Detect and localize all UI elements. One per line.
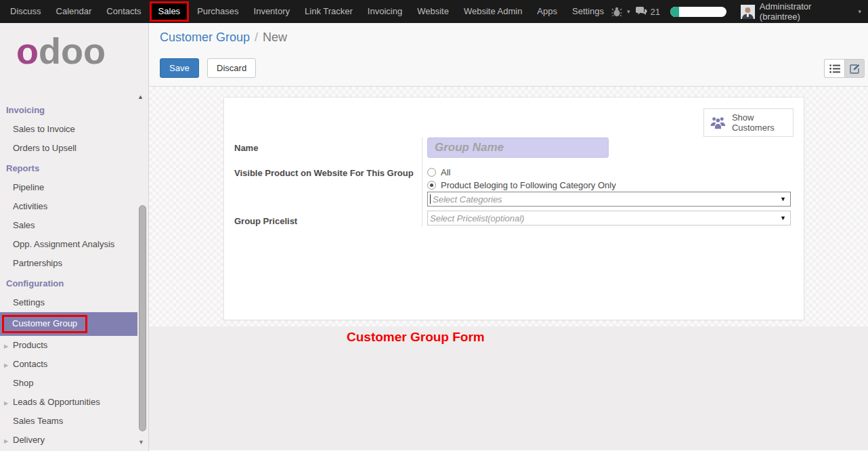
annotation-caption: Customer Group Form: [347, 330, 485, 345]
sidebar-item-pipeline[interactable]: Pipeline: [0, 178, 148, 197]
chevron-right-icon: ▶: [4, 399, 8, 408]
sidebar-item-label: Leads & Opportunities: [13, 397, 100, 407]
view-switcher: [824, 59, 865, 78]
sidebar-item-delivery[interactable]: ▶Delivery: [0, 431, 148, 450]
discard-button[interactable]: Discard: [207, 58, 256, 78]
select-categories-dropdown[interactable]: Select Categories ▼: [427, 192, 791, 207]
radio-unselected-icon[interactable]: [427, 168, 436, 177]
nav-item-invoicing[interactable]: Invoicing: [360, 0, 410, 23]
main-content: Customer Group/New Save Discard: [149, 23, 868, 451]
nav-item-purchases[interactable]: Purchases: [190, 0, 246, 23]
pricelist-field-label: Group Pricelist: [224, 211, 422, 226]
below-form-area: Customer Group Form: [149, 326, 868, 450]
sidebar-item-label: Delivery: [13, 435, 45, 445]
visibility-field-cell: All Product Beloging to Following Catego…: [422, 166, 791, 192]
sidebar-item-sales[interactable]: Sales: [0, 216, 148, 235]
logo-first-letter: o: [16, 30, 39, 71]
dropdown-arrow-icon[interactable]: ▼: [780, 196, 786, 202]
radio-selected-icon[interactable]: [427, 181, 436, 190]
visibility-field-label: Visible Product on Website For This Grou…: [224, 166, 422, 192]
page: { "topnav": { "items": [ {"label": "Disc…: [0, 0, 868, 451]
name-field-cell: [422, 137, 791, 166]
control-panel: Customer Group/New Save Discard: [149, 23, 868, 87]
nav-item-calendar[interactable]: Calendar: [49, 0, 100, 23]
timer-progress-fill: [670, 7, 679, 17]
pricelist-field-cell: Select Pricelist(optional) ▼: [422, 211, 791, 226]
nav-item-inventory[interactable]: Inventory: [246, 0, 297, 23]
breadcrumb: Customer Group/New: [160, 30, 287, 45]
form-grid: Name Visible Product on Website For This…: [224, 137, 791, 226]
user-caret-icon[interactable]: ▾: [858, 8, 861, 15]
bug-icon[interactable]: [611, 7, 622, 17]
breadcrumb-separator: /: [250, 30, 263, 44]
sidebar-item-sales-to-invoice[interactable]: Sales to Invoice: [0, 120, 148, 139]
visibility-option-category-only[interactable]: Product Beloging to Following Category O…: [427, 179, 791, 192]
nav-item-website-admin[interactable]: Website Admin: [456, 0, 529, 23]
sidebar-item-contacts[interactable]: ▶Contacts: [0, 355, 148, 374]
breadcrumb-customer-group-link[interactable]: Customer Group: [160, 30, 250, 44]
sidebar: odoo ▲ Invoicing Sales to Invoice Orders…: [0, 23, 149, 451]
chevron-right-icon: ▶: [4, 361, 8, 370]
categories-field-cell: Select Categories ▼: [422, 192, 791, 211]
list-view-button[interactable]: [824, 59, 844, 78]
visibility-option-all-label: All: [441, 167, 450, 177]
nav-item-apps[interactable]: Apps: [529, 0, 565, 23]
select-categories-placeholder: Select Categories: [431, 194, 502, 205]
top-navbar: Discuss Calendar Contacts Sales Purchase…: [0, 0, 868, 23]
sidebar-scroll-down-icon[interactable]: ▼: [138, 439, 144, 446]
sidebar-item-partnerships[interactable]: Partnerships: [0, 254, 148, 273]
customers-group-icon: [710, 115, 726, 131]
customer-group-highlight-annotation: Customer Group: [2, 315, 87, 333]
customer-group-form-card: Show Customers Name Visible Product on W…: [223, 97, 804, 320]
nav-item-link-tracker[interactable]: Link Tracker: [297, 0, 360, 23]
sidebar-item-label: Contacts: [13, 359, 47, 369]
dropdown-arrow-icon[interactable]: ▼: [780, 215, 786, 221]
nav-item-contacts[interactable]: Contacts: [99, 0, 148, 23]
logo-area: odoo ▲: [0, 23, 148, 100]
bug-caret-icon[interactable]: ▾: [627, 8, 630, 15]
visibility-option-category-only-label: Product Beloging to Following Category O…: [441, 180, 616, 190]
sidebar-item-activities[interactable]: Activities: [0, 197, 148, 216]
message-count-badge[interactable]: 21: [651, 7, 660, 17]
group-name-input[interactable]: [427, 137, 609, 158]
nav-item-website[interactable]: Website: [410, 0, 456, 23]
sidebar-item-shop[interactable]: Shop: [0, 374, 148, 393]
edit-form-icon: [850, 64, 860, 74]
sidebar-item-sales-teams[interactable]: Sales Teams: [0, 412, 148, 431]
sidebar-menu: Invoicing Sales to Invoice Orders to Ups…: [0, 100, 148, 450]
save-button[interactable]: Save: [160, 58, 199, 78]
sidebar-item-leads-opportunities[interactable]: ▶Leads & Opportunities: [0, 393, 148, 412]
sidebar-item-customer-group[interactable]: Customer Group: [0, 312, 137, 336]
sidebar-item-opp-assignment-analysis[interactable]: Opp. Assignment Analysis: [0, 235, 148, 254]
user-menu-label[interactable]: Administrator (braintree): [760, 1, 854, 22]
categories-spacer-label: [224, 192, 422, 211]
timer-progress-pill[interactable]: [670, 7, 726, 17]
sidebar-scrollbar[interactable]: [139, 205, 146, 431]
nav-item-sales-active[interactable]: Sales: [150, 1, 190, 22]
breadcrumb-current: New: [263, 30, 287, 44]
chevron-right-icon: ▶: [4, 437, 8, 446]
toolbar-buttons: Save Discard: [160, 58, 256, 78]
form-view-button[interactable]: [844, 59, 865, 78]
nav-item-settings[interactable]: Settings: [565, 0, 611, 23]
select-pricelist-dropdown[interactable]: Select Pricelist(optional) ▼: [427, 211, 791, 226]
sidebar-section-invoicing: Invoicing: [0, 100, 148, 120]
chevron-right-icon: ▶: [4, 342, 8, 351]
odoo-logo: odoo: [16, 33, 106, 69]
name-field-label: Name: [224, 137, 422, 166]
sidebar-section-reports: Reports: [0, 158, 148, 178]
sidebar-section-configuration: Configuration: [0, 273, 148, 293]
sidebar-item-orders-to-upsell[interactable]: Orders to Upsell: [0, 139, 148, 158]
list-icon: [829, 64, 840, 73]
select-pricelist-placeholder: Select Pricelist(optional): [428, 213, 524, 223]
form-sheet-background: Show Customers Name Visible Product on W…: [149, 87, 868, 326]
avatar[interactable]: [741, 5, 755, 19]
sidebar-item-products[interactable]: ▶Products: [0, 336, 148, 355]
messages-icon[interactable]: [635, 7, 648, 17]
nav-item-discuss[interactable]: Discuss: [3, 0, 49, 23]
show-customers-button[interactable]: Show Customers: [703, 108, 794, 137]
logo-rest: doo: [39, 30, 106, 71]
sidebar-item-settings[interactable]: Settings: [0, 293, 148, 312]
visibility-option-all[interactable]: All: [427, 166, 791, 179]
show-customers-label: Show Customers: [732, 112, 787, 133]
